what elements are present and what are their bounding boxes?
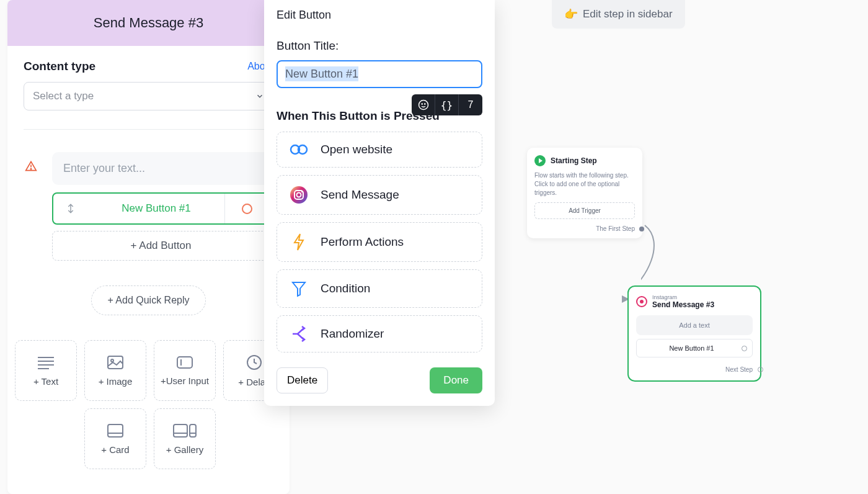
drag-handle-icon[interactable]: [53, 194, 88, 223]
svg-point-1: [30, 169, 31, 169]
action-label: Send Message: [321, 188, 399, 202]
edit-button-panel: Edit Button Button Title: New Button #1 …: [264, 0, 495, 406]
svg-point-17: [418, 101, 428, 110]
tool-gallery[interactable]: + Gallery: [154, 408, 216, 469]
node-button-label: New Button #1: [642, 344, 742, 352]
instagram-icon: [636, 296, 647, 307]
delete-button[interactable]: Delete: [277, 367, 328, 393]
warning-icon: [25, 160, 37, 173]
sidebar-title: Send Message #3: [7, 0, 290, 46]
node-textbox[interactable]: Add a text: [636, 315, 753, 335]
play-icon: [534, 155, 546, 166]
action-condition[interactable]: Condition: [277, 269, 482, 308]
funnel-icon: [288, 280, 309, 297]
svg-point-7: [111, 359, 113, 362]
button-row[interactable]: New Button #1: [52, 192, 270, 225]
action-randomizer[interactable]: Randomizer: [277, 315, 482, 353]
clock-icon: [246, 354, 262, 370]
canvas-hint[interactable]: 👉 Edit step in sidebar: [552, 0, 685, 29]
node-kicker: Instagram: [652, 294, 714, 300]
button-label: New Button #1: [88, 194, 225, 223]
text-lines-icon: [37, 355, 55, 370]
tool-card[interactable]: + Card: [84, 408, 146, 469]
svg-point-22: [290, 186, 308, 204]
button-title-input[interactable]: New Button #1: [277, 60, 482, 88]
svg-rect-6: [108, 356, 123, 369]
button-title-label: Button Title:: [277, 39, 482, 53]
shuffle-icon: [288, 326, 309, 342]
action-perform-actions[interactable]: Perform Actions: [277, 222, 482, 262]
tool-grid: + Text + Image +User Input + Delay + Car…: [15, 340, 288, 469]
select-placeholder: Select a type: [33, 90, 94, 102]
edit-panel-title: Edit Button: [277, 9, 482, 22]
bolt-icon: [288, 233, 309, 251]
action-label: Condition: [321, 282, 370, 295]
node-desc: Flow starts with the following step. Cli…: [534, 171, 635, 197]
canvas-hint-label: Edit step in sidebar: [583, 8, 673, 20]
instagram-icon: [288, 186, 309, 204]
svg-rect-11: [108, 424, 123, 437]
done-button[interactable]: Done: [430, 367, 482, 393]
tool-label: +User Input: [161, 375, 209, 386]
tool-label: + Text: [33, 376, 58, 387]
chevron-down-icon: [255, 92, 264, 101]
svg-rect-13: [174, 424, 187, 437]
link-icon: [288, 142, 309, 157]
add-button[interactable]: + Add Button: [52, 231, 270, 261]
tool-user-input[interactable]: +User Input: [154, 340, 216, 401]
text-input-placeholder[interactable]: Enter your text...: [52, 152, 270, 185]
pointing-hand-icon: 👉: [564, 7, 578, 21]
char-count: 7: [459, 94, 482, 115]
tool-image[interactable]: + Image: [84, 340, 146, 401]
action-label: Perform Actions: [321, 235, 404, 249]
button-port[interactable]: [742, 346, 747, 351]
tool-label: + Gallery: [166, 444, 203, 455]
content-type-label: Content type: [24, 60, 95, 73]
action-label: Open website: [321, 143, 392, 156]
button-title-value: New Button #1: [285, 66, 358, 81]
image-icon: [107, 355, 124, 370]
svg-point-18: [422, 104, 422, 104]
action-send-message[interactable]: Send Message: [277, 175, 482, 215]
action-label: Randomizer: [321, 327, 384, 341]
node-title: Send Message #3: [652, 300, 714, 309]
node-button-pill[interactable]: New Button #1: [636, 339, 753, 357]
tool-label: + Image: [99, 376, 133, 387]
node-title: Starting Step: [551, 156, 597, 165]
action-open-website[interactable]: Open website: [277, 132, 482, 168]
button-port[interactable]: [225, 194, 268, 223]
card-icon: [107, 423, 124, 438]
output-port[interactable]: [758, 367, 763, 372]
node-send-message[interactable]: Instagram Send Message #3 Add a text New…: [627, 285, 761, 382]
input-toolbar: {} 7: [412, 94, 482, 115]
svg-point-19: [424, 104, 425, 104]
svg-rect-8: [177, 357, 192, 368]
add-quick-reply[interactable]: + Add Quick Reply: [91, 285, 206, 315]
braces-icon[interactable]: {}: [435, 94, 459, 115]
input-icon: [176, 356, 193, 369]
next-step-label: Next Step: [636, 366, 753, 373]
gallery-icon: [172, 423, 197, 438]
tool-label: + Card: [101, 444, 129, 455]
emoji-icon[interactable]: [412, 94, 435, 115]
tool-text[interactable]: + Text: [15, 340, 77, 401]
first-step-label: The First Step: [534, 225, 635, 232]
svg-rect-15: [190, 424, 196, 437]
add-trigger-button[interactable]: Add Trigger: [534, 202, 635, 219]
content-type-select[interactable]: Select a type: [24, 82, 273, 110]
svg-point-25: [301, 191, 303, 192]
node-starting-step[interactable]: Starting Step Flow starts with the follo…: [527, 148, 642, 238]
